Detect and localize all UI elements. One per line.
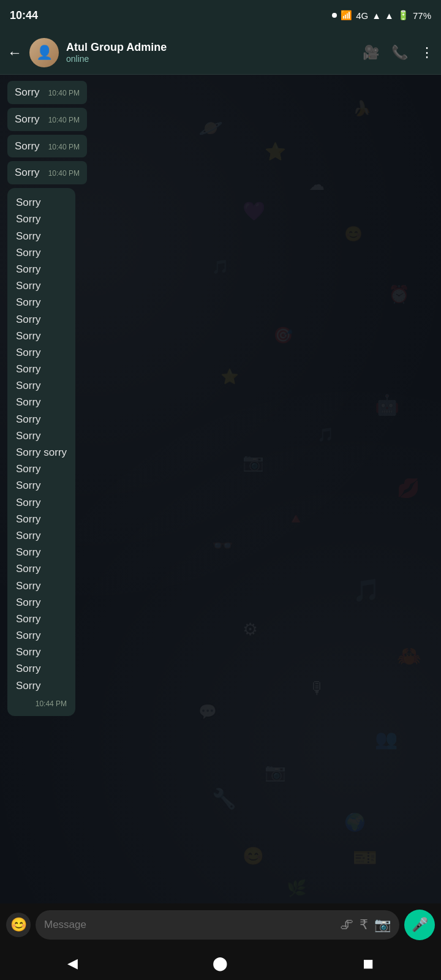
message-input-wrap[interactable]: 🖇 ₹ 📷 bbox=[36, 910, 399, 940]
signal-icon: ▲ bbox=[372, 10, 381, 21]
recents-nav-icon[interactable]: ◼ bbox=[363, 956, 374, 971]
message-time: 10:40 PM bbox=[48, 142, 80, 153]
status-icons: 📶 4G ▲ ▲ 🔋 77% bbox=[332, 10, 431, 21]
contact-name: Atul Group Admine bbox=[66, 41, 355, 54]
avatar[interactable]: 👤 bbox=[29, 38, 59, 67]
large-message-text: SorrySorrySorrySorrySorrySorrySorrySorry… bbox=[16, 194, 67, 694]
mic-button[interactable]: 🎤 bbox=[404, 910, 435, 940]
message-input[interactable] bbox=[44, 919, 335, 931]
camera-icon[interactable]: 📷 bbox=[374, 917, 391, 933]
attach-icon[interactable]: 🖇 bbox=[340, 917, 353, 933]
large-message-time: 10:44 PM bbox=[36, 698, 67, 710]
message-text: Sorry bbox=[15, 165, 40, 180]
input-bar: 😊 🖇 ₹ 📷 🎤 bbox=[0, 903, 441, 946]
home-nav-icon[interactable]: ⬤ bbox=[213, 956, 228, 971]
signal-dot bbox=[332, 13, 337, 18]
input-right-icons: 🖇 ₹ 📷 bbox=[340, 917, 391, 933]
emoji-icon: 😊 bbox=[10, 917, 27, 933]
message-row: Sorry 10:40 PM bbox=[7, 135, 434, 158]
wifi-icon: 📶 bbox=[341, 10, 352, 21]
message-text: Sorry bbox=[15, 112, 40, 127]
message-row: Sorry 10:40 PM bbox=[7, 161, 434, 184]
status-time: 10:44 bbox=[10, 9, 38, 22]
message-row: Sorry 10:40 PM bbox=[7, 81, 434, 104]
back-button[interactable]: ← bbox=[7, 44, 22, 61]
battery-icon: 🔋 bbox=[398, 10, 409, 21]
header-actions: 🎥 📞 ⋮ bbox=[363, 45, 434, 61]
message-time: 10:40 PM bbox=[48, 168, 80, 179]
signal-icon2: ▲ bbox=[385, 10, 394, 21]
status-bar: 10:44 📶 4G ▲ ▲ 🔋 77% bbox=[0, 0, 441, 31]
message-time: 10:40 PM bbox=[48, 115, 80, 126]
message-time: 10:40 PM bbox=[48, 88, 80, 99]
nav-bar: ◀ ⬤ ◼ bbox=[0, 946, 441, 980]
message-text: Sorry bbox=[15, 85, 40, 100]
message-text: Sorry bbox=[15, 139, 40, 154]
message-row: Sorry 10:40 PM bbox=[7, 108, 434, 131]
battery-label: 77% bbox=[413, 10, 431, 21]
chat-header: ← 👤 Atul Group Admine online 🎥 📞 ⋮ bbox=[0, 31, 441, 75]
avatar-image: 👤 bbox=[29, 38, 59, 67]
contact-info[interactable]: Atul Group Admine online bbox=[66, 41, 355, 64]
message-bubble: Sorry 10:40 PM bbox=[7, 161, 87, 184]
rupee-icon[interactable]: ₹ bbox=[360, 917, 368, 933]
back-nav-icon[interactable]: ◀ bbox=[67, 956, 78, 971]
chat-messages: Sorry 10:40 PM Sorry 10:40 PM Sorry 10:4… bbox=[0, 75, 441, 913]
large-message-bubble: SorrySorrySorrySorrySorrySorrySorrySorry… bbox=[7, 188, 75, 716]
voice-call-button[interactable]: 📞 bbox=[391, 45, 408, 61]
contact-status: online bbox=[66, 54, 355, 64]
more-options-button[interactable]: ⋮ bbox=[420, 45, 434, 61]
message-bubble: Sorry 10:40 PM bbox=[7, 135, 87, 158]
message-bubble: Sorry 10:40 PM bbox=[7, 108, 87, 131]
message-bubble: Sorry 10:40 PM bbox=[7, 81, 87, 104]
message-row-large: SorrySorrySorrySorrySorrySorrySorrySorry… bbox=[7, 188, 434, 718]
network-label: 4G bbox=[356, 10, 368, 21]
emoji-button[interactable]: 😊 bbox=[6, 913, 31, 937]
mic-icon: 🎤 bbox=[412, 917, 428, 933]
video-call-button[interactable]: 🎥 bbox=[363, 45, 379, 61]
